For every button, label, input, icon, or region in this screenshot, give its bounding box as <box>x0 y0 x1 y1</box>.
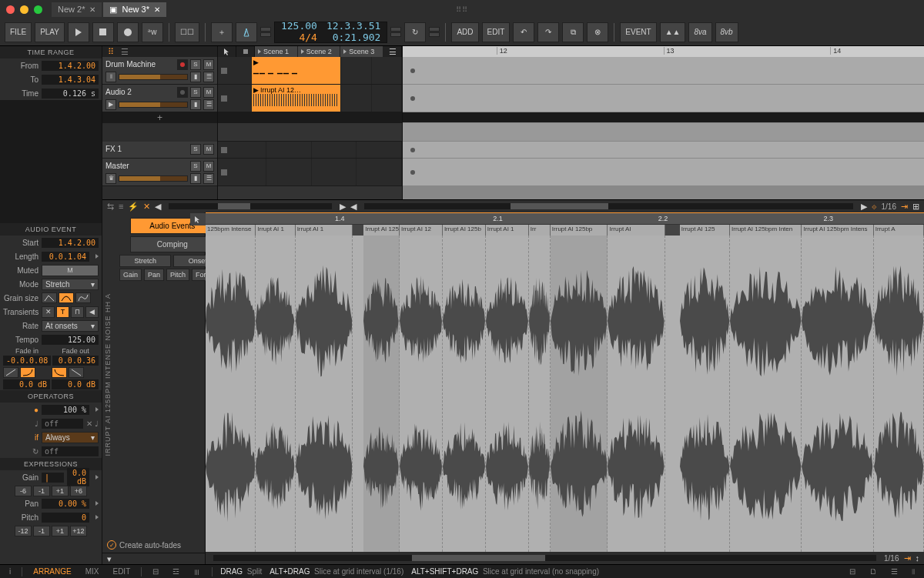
waveform-slice[interactable] <box>802 236 873 552</box>
from-field[interactable]: 1.4.2.00 <box>42 61 99 71</box>
preroll-buttons[interactable] <box>260 27 271 37</box>
footer-panel-icon[interactable]: ☰ <box>888 567 901 576</box>
fold-detail-icon[interactable]: ▾ <box>107 554 112 564</box>
edit-menu-button[interactable]: EDIT <box>482 22 511 42</box>
document-tab-2[interactable]: ▣ New 3* ✕ <box>103 2 166 17</box>
auto-fades-toggle[interactable]: Create auto-fades <box>102 537 205 553</box>
transpose-up-button[interactable]: 8va <box>688 22 711 42</box>
fadeout-gain[interactable]: 0.0 dB <box>52 379 99 389</box>
delete-button[interactable]: ⊗ <box>587 22 608 42</box>
waveform-slice[interactable] <box>363 236 400 552</box>
param-gain[interactable]: Gain <box>119 269 142 281</box>
close-tab-icon[interactable]: ✕ <box>89 5 95 14</box>
fadeout-curve-1[interactable] <box>52 367 67 378</box>
link-icon[interactable]: ⟐ <box>872 202 877 211</box>
h-scrollbar-2[interactable] <box>364 203 853 209</box>
maximize-window-button[interactable] <box>34 5 42 14</box>
waveform-area[interactable] <box>206 236 924 552</box>
slice-header[interactable]: Irrupt AI 125 <box>680 225 730 236</box>
clip-slot[interactable]: ▶▁▁ ▁ ▁▁ ▁ <box>252 57 342 84</box>
trans-a[interactable]: ◀ <box>85 306 99 318</box>
slice-header[interactable]: Irr <box>529 225 551 236</box>
fold-icon[interactable]: ⇆ <box>107 202 114 212</box>
solo-button[interactable]: S <box>190 59 201 70</box>
minimize-window-button[interactable] <box>20 5 28 14</box>
extra-modes[interactable] <box>429 27 440 37</box>
cursor-tool[interactable] <box>190 213 206 226</box>
track-row-fx1[interactable]: FX 1SM <box>102 142 217 159</box>
timeline-drum-lane[interactable] <box>403 57 924 85</box>
scene-3-button[interactable]: Scene 3 <box>340 46 383 57</box>
scene-1-button[interactable]: Scene 1 <box>255 46 298 57</box>
dashboard-button[interactable]: ☐☐ <box>175 22 199 42</box>
event-length-field[interactable]: 0.0.1.04 <box>42 252 89 262</box>
comping-tab[interactable]: Comping <box>130 236 215 252</box>
grain-opt-1[interactable] <box>42 292 57 303</box>
record-arm-button[interactable] <box>177 87 188 98</box>
exp-pitch-field[interactable]: 0 <box>42 513 89 523</box>
mode-dropdown[interactable]: Stretch▾ <box>42 279 99 290</box>
punch-buttons[interactable] <box>390 27 401 37</box>
play-menu-button[interactable]: PLAY <box>35 22 65 42</box>
waveform-slice[interactable] <box>529 236 551 552</box>
expand-icon[interactable] <box>95 254 99 259</box>
footer-io-icon[interactable]: ⊟ <box>846 567 859 576</box>
detail-grid-resolution[interactable]: 1/16 <box>884 554 899 563</box>
footer-browser-icon[interactable]: 🗋 <box>866 567 880 576</box>
metronome-button[interactable] <box>236 22 257 42</box>
slice-header[interactable]: Irrupt A <box>874 225 924 236</box>
track-row-master[interactable]: MasterSM ♛▮☰ <box>102 159 217 186</box>
slice-header[interactable]: Irrupt AI 125b <box>443 225 486 236</box>
exp-pan-field[interactable]: 0.00 % <box>42 499 89 509</box>
slice-header[interactable]: Irrupt AI 1 <box>256 225 295 236</box>
event-tempo-field[interactable]: 125.00 <box>42 335 99 345</box>
stop-all-icon[interactable] <box>236 46 255 57</box>
track-row-audio2[interactable]: Audio 2 S M ▶▮☰ <box>102 85 217 112</box>
transpose-down-button[interactable]: 8vb <box>715 22 738 42</box>
document-tab-1[interactable]: New 2* ✕ <box>52 2 102 17</box>
rate-dropdown[interactable]: At onsets▾ <box>42 320 99 332</box>
slice-header[interactable]: Irrupt AI 125bpm Inten <box>730 225 802 236</box>
mute-toggle[interactable]: M <box>42 265 99 276</box>
track-settings-icon[interactable]: ⦀ <box>105 72 116 82</box>
view-icon-1[interactable]: ⠿ <box>107 48 115 55</box>
waveform-slice[interactable] <box>730 236 802 552</box>
file-menu-button[interactable]: FILE <box>5 22 32 42</box>
edit-view-button[interactable]: EDIT <box>109 567 133 576</box>
layout-icon-1[interactable]: ⊟ <box>149 567 162 576</box>
waveform-slice[interactable] <box>680 236 730 552</box>
audio-clip[interactable]: ▶ Irrupt AI 12… <box>252 85 341 112</box>
grid-resolution[interactable]: 1/16 <box>882 202 896 211</box>
track-type-icon[interactable]: ▶ <box>105 99 116 110</box>
arrange-view-button[interactable]: ARRANGE <box>30 567 74 576</box>
tempo-display[interactable]: 125.00 <box>281 21 317 32</box>
time-field[interactable]: 0.126 s <box>42 89 99 99</box>
add-menu-button[interactable]: ADD <box>451 22 478 42</box>
grain-opt-3[interactable] <box>75 292 91 303</box>
h-scrollbar[interactable] <box>169 203 332 209</box>
waveform-slice[interactable] <box>486 236 529 552</box>
slice-header[interactable]: Irrupt AI 125bp <box>551 225 608 236</box>
waveform-slice[interactable] <box>296 236 353 552</box>
scroll-left-icon[interactable]: ◀ <box>155 202 161 212</box>
info-button[interactable]: i <box>6 567 14 576</box>
mix-view-button[interactable]: MIX <box>82 567 102 576</box>
trans-x[interactable]: ✕ <box>42 306 55 318</box>
waveform-slice[interactable] <box>551 236 608 552</box>
timeline-master-lane[interactable] <box>403 159 924 186</box>
fadein-curve-2[interactable] <box>20 367 35 378</box>
waveform-slice[interactable] <box>256 236 295 552</box>
waveform-slice[interactable] <box>400 236 443 552</box>
play-button[interactable] <box>68 22 89 42</box>
grain-opt-2[interactable] <box>59 292 74 303</box>
volume-slider[interactable] <box>119 74 188 80</box>
slice-header[interactable]: 125bpm Intense <box>206 225 256 236</box>
stop-button[interactable] <box>92 22 114 42</box>
waveform-slice[interactable] <box>206 236 256 552</box>
add-panel-button[interactable]: ＋ <box>211 22 233 42</box>
mute-button[interactable]: M <box>203 59 214 70</box>
exp-gain-field[interactable]: 0.0 dB <box>67 468 89 486</box>
loop-button[interactable]: ↻ <box>404 22 426 42</box>
event-menu-button[interactable]: EVENT <box>620 22 656 42</box>
timesig-display[interactable]: 4/4 <box>299 32 316 43</box>
